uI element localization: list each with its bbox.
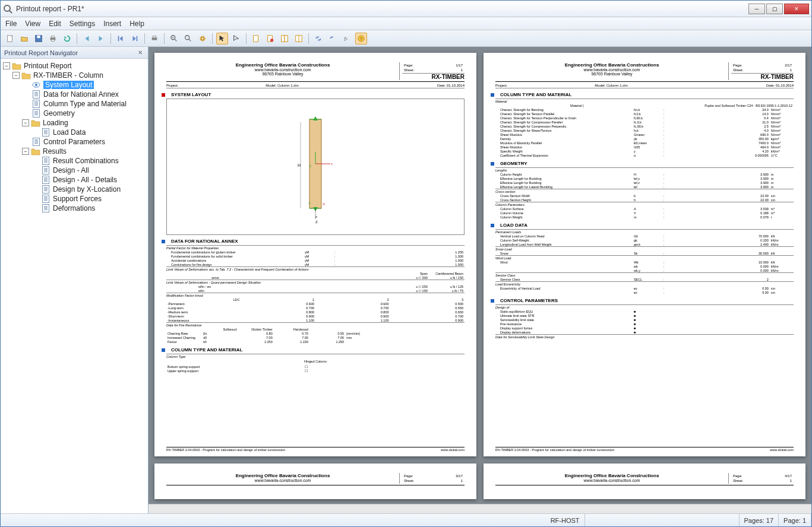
svg-point-29 bbox=[35, 84, 37, 86]
svg-rect-19 bbox=[254, 35, 258, 42]
doc1-icon[interactable] bbox=[250, 33, 262, 45]
report-page-4: Engineering Office Bavaria Constructions… bbox=[484, 463, 805, 499]
svg-text:H: H bbox=[298, 163, 301, 167]
navigator-header: Printout Report Navigator ✕ bbox=[1, 47, 148, 59]
new-icon[interactable] bbox=[4, 33, 16, 45]
toggle-icon[interactable]: − bbox=[22, 148, 29, 155]
tree-module[interactable]: − RX-TIMBER - Column bbox=[2, 71, 147, 80]
print-icon[interactable] bbox=[47, 33, 59, 45]
svg-line-13 bbox=[175, 39, 177, 41]
zoom-out-icon[interactable] bbox=[182, 33, 194, 45]
tree-col-type[interactable]: Column Type and Material bbox=[2, 99, 147, 109]
svg-text:?: ? bbox=[360, 36, 363, 41]
status-host: RF-HOST bbox=[546, 514, 585, 526]
print2-icon[interactable] bbox=[149, 33, 160, 45]
navigator-title: Printout Report Navigator bbox=[4, 49, 78, 56]
menu-settings[interactable]: Settings bbox=[69, 20, 95, 28]
svg-text:X: X bbox=[323, 202, 325, 206]
menu-view[interactable]: View bbox=[25, 20, 40, 28]
next-page-icon[interactable] bbox=[129, 33, 141, 45]
close-button[interactable]: ✕ bbox=[784, 4, 809, 14]
preview-pages[interactable]: Engineering Office Bavaria Constructions… bbox=[149, 47, 811, 504]
svg-point-17 bbox=[201, 37, 204, 40]
svg-rect-8 bbox=[118, 36, 119, 41]
tree-design-all-details[interactable]: Design - All - Details bbox=[2, 175, 147, 185]
eye-icon bbox=[31, 81, 41, 89]
svg-line-16 bbox=[189, 39, 191, 41]
menu-help[interactable]: Help bbox=[129, 20, 144, 28]
save-icon[interactable] bbox=[33, 33, 45, 45]
column-diagram: z y H X Y Z x bbox=[166, 99, 465, 235]
link2-icon[interactable] bbox=[327, 33, 339, 45]
titlebar: Printout report - PR1* ─ ▢ ✕ bbox=[1, 1, 811, 17]
svg-point-0 bbox=[4, 5, 10, 11]
svg-text:Y: Y bbox=[308, 202, 311, 205]
svg-rect-9 bbox=[137, 36, 138, 41]
svg-line-1 bbox=[10, 11, 12, 13]
svg-point-21 bbox=[270, 39, 273, 42]
svg-text:y: y bbox=[309, 164, 311, 167]
select-icon[interactable] bbox=[216, 33, 228, 45]
tree-root[interactable]: − Printout Report bbox=[2, 61, 147, 71]
tree-results[interactable]: −Results bbox=[2, 147, 147, 156]
navigator-close-icon[interactable]: ✕ bbox=[136, 49, 144, 57]
link1-icon[interactable] bbox=[312, 33, 324, 45]
svg-rect-6 bbox=[51, 36, 54, 37]
tree-control-params[interactable]: Control Parameters bbox=[2, 137, 147, 147]
doc2-icon[interactable] bbox=[264, 33, 276, 45]
cursor-icon[interactable] bbox=[230, 33, 242, 45]
tree-support-forces[interactable]: Support Forces bbox=[2, 194, 147, 204]
open-icon[interactable] bbox=[18, 33, 30, 45]
prev-page-icon[interactable] bbox=[115, 33, 127, 45]
main-area: Printout Report Navigator ✕ − Printout R… bbox=[1, 47, 811, 513]
wrench-icon[interactable] bbox=[341, 33, 353, 45]
menu-edit[interactable]: Edit bbox=[49, 20, 61, 28]
maximize-button[interactable]: ▢ bbox=[766, 4, 783, 14]
preview-area: Engineering Office Bavaria Constructions… bbox=[149, 47, 811, 513]
status-page: Page: 1 bbox=[779, 514, 811, 526]
section-system-layout: SYSTEM LAYOUT bbox=[166, 92, 465, 97]
navigator-panel: Printout Report Navigator ✕ − Printout R… bbox=[1, 47, 149, 513]
svg-rect-22 bbox=[282, 35, 285, 42]
zoom-in-icon[interactable]: + bbox=[168, 33, 180, 45]
svg-rect-7 bbox=[51, 39, 54, 41]
toggle-icon[interactable]: − bbox=[22, 119, 29, 126]
tree-system-layout[interactable]: System Layout bbox=[2, 80, 147, 90]
tree-design-all[interactable]: Design - All bbox=[2, 166, 147, 175]
svg-rect-4 bbox=[37, 35, 40, 37]
report-page-2: Engineering Office Bavaria Constructions… bbox=[484, 53, 805, 456]
tree-load-data[interactable]: Load Data bbox=[2, 128, 147, 137]
refresh-icon[interactable] bbox=[61, 33, 73, 45]
first-icon[interactable] bbox=[81, 33, 93, 45]
svg-point-15 bbox=[185, 35, 189, 39]
gear-icon[interactable] bbox=[197, 33, 208, 45]
doc4-icon[interactable] bbox=[293, 33, 305, 45]
svg-rect-23 bbox=[285, 35, 287, 42]
minimize-button[interactable]: ─ bbox=[748, 4, 765, 14]
window-title: Printout report - PR1* bbox=[16, 5, 748, 13]
doc3-icon[interactable] bbox=[279, 33, 290, 45]
svg-text:z: z bbox=[331, 162, 333, 166]
statusbar: RF-HOST Pages: 17 Page: 1 bbox=[1, 513, 811, 526]
play-icon[interactable] bbox=[95, 33, 107, 45]
svg-text:+: + bbox=[172, 36, 174, 39]
toolbar: + ? bbox=[1, 30, 811, 47]
tree-deformations[interactable]: Deformations bbox=[2, 204, 147, 213]
tree-design-by-x[interactable]: Design by X-Location bbox=[2, 185, 147, 194]
menu-file[interactable]: File bbox=[5, 20, 17, 28]
menu-insert[interactable]: Insert bbox=[103, 20, 121, 28]
horizontal-scrollbar[interactable] bbox=[149, 504, 811, 513]
toggle-icon[interactable]: − bbox=[12, 72, 20, 79]
tree-result-comb[interactable]: Result Combinations bbox=[2, 156, 147, 166]
svg-text:x: x bbox=[315, 215, 317, 218]
menubar: File View Edit Settings Insert Help bbox=[1, 17, 811, 30]
tree-data-annex[interactable]: Data for National Annex bbox=[2, 90, 147, 99]
tree-geometry[interactable]: Geometry bbox=[2, 109, 147, 118]
app-icon bbox=[3, 4, 12, 14]
tree-loading[interactable]: −Loading bbox=[2, 118, 147, 128]
toggle-icon[interactable]: − bbox=[3, 62, 10, 69]
svg-rect-10 bbox=[152, 37, 157, 40]
help-icon[interactable]: ? bbox=[355, 33, 367, 45]
report-page-1: Engineering Office Bavaria Constructions… bbox=[154, 53, 476, 456]
app-window: Printout report - PR1* ─ ▢ ✕ File View E… bbox=[0, 0, 812, 527]
